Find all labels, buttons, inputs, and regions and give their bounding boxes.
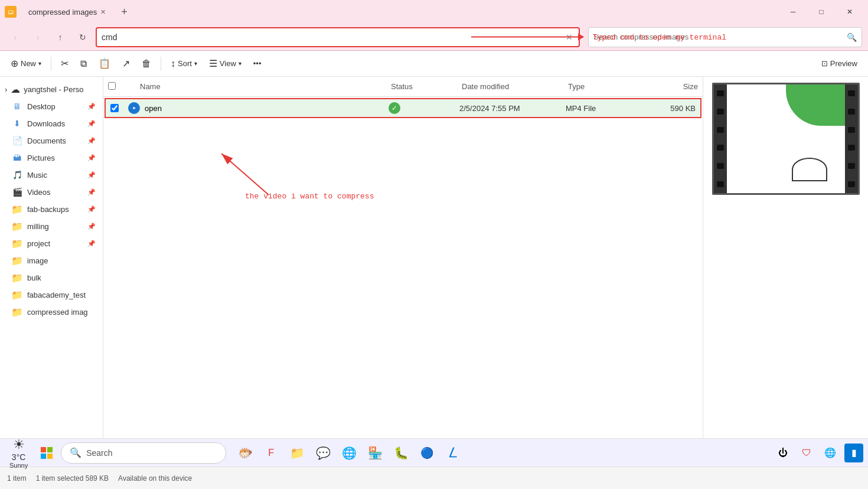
start-button[interactable] [35,441,58,465]
sidebar-item-milling[interactable]: 📁 milling 📌 [2,218,100,234]
sidebar-section-header[interactable]: › ☁ yangtshel - Perso [0,82,103,97]
view-chevron-icon: ▾ [239,60,242,67]
milling-pin-icon: 📌 [87,223,96,230]
desktop-pin-icon: 📌 [87,103,96,110]
paste-button[interactable]: 📋 [94,54,115,74]
window-tab[interactable]: compressed images ✕ [21,5,113,19]
sidebar-item-fab-backups[interactable]: 📁 fab-backups 📌 [2,201,100,217]
taskbar-search-icon: 🔍 [70,447,81,458]
copy-icon: ⧉ [80,58,87,69]
sidebar: › ☁ yangtshel - Perso 🖥 Desktop 📌 ⬇ Down… [0,77,103,467]
edge-icon[interactable]: 🌐 [821,444,840,462]
film-hole-r4 [848,145,855,151]
forward-btn[interactable]: › [28,28,47,47]
annotation-arrow-svg [210,136,340,207]
sidebar-chevron-icon: › [5,85,7,94]
tab-title: compressed images [28,8,97,17]
milling-folder-icon: 📁 [12,221,22,232]
refresh-btn[interactable]: ↻ [73,28,92,47]
film-hole [717,90,724,96]
preview-pane-icon: ⊡ [821,59,828,68]
copy-button[interactable]: ⧉ [76,54,92,74]
header-status[interactable]: Status [391,82,462,91]
taskbar-folder-icon[interactable]: 📁 [285,441,309,465]
taskbar-search-bar[interactable]: 🔍 Search [61,442,226,464]
taskbar-active-icon[interactable]: ▮ [844,444,863,462]
compressed-folder-icon: 📁 [12,307,22,317]
minimize-btn[interactable]: ─ [779,2,807,21]
sidebar-item-desktop[interactable]: 🖥 Desktop 📌 [2,98,100,115]
project-pin-icon: 📌 [87,240,96,247]
tab-close-btn[interactable]: ✕ [100,8,106,16]
compress-annotation-text: the video i want to compress [245,192,374,201]
more-icon: ••• [253,59,262,68]
taskbar-vscode-icon[interactable]: ⎳ [441,441,465,465]
sidebar-item-downloads[interactable]: ⬇ Downloads 📌 [2,115,100,132]
taskbar-browser-icon[interactable]: 🌐 [337,441,361,465]
maximize-btn[interactable]: □ [808,2,835,21]
app-icon: 🗂 [5,6,17,18]
sidebar-videos-label: Videos [27,188,51,197]
header-checkbox-col [108,82,126,92]
cut-button[interactable]: ✂ [56,54,73,74]
sidebar-item-pictures[interactable]: 🏔 Pictures 📌 [2,149,100,166]
taskbar-bug-icon[interactable]: 🐛 [389,441,413,465]
delete-icon: 🗑 [142,58,151,69]
film-hole-r5 [848,163,855,169]
antivirus-icon[interactable]: 🛡 [797,444,816,462]
header-name[interactable]: Name [126,82,391,91]
sidebar-item-documents[interactable]: 📄 Documents 📌 [2,132,100,149]
share-button[interactable]: ↗ [118,54,135,74]
header-type[interactable]: Type [568,82,639,91]
video-curve-shape [792,158,827,181]
up-btn[interactable]: ↑ [51,28,70,47]
file-date-cell: 2/5/2024 7:55 PM [459,104,566,113]
taskbar-fab-icon[interactable]: F [259,441,283,465]
sort-icon: ↕ [171,58,175,69]
onedrive-icon: ☁ [11,84,20,95]
sidebar-item-compressed[interactable]: 📁 compressed imag [2,304,100,320]
sort-button[interactable]: ↕ Sort ▾ [166,54,202,74]
preview-button[interactable]: ⊡ Preview [817,57,862,70]
taskbar-fish-icon[interactable]: 🐡 [233,441,257,465]
video-green-shape [786,84,845,126]
taskbar-chat-icon[interactable]: 💬 [311,441,335,465]
svg-rect-4 [41,447,46,452]
table-row[interactable]: open ✓ 2/5/2024 7:55 PM MP4 File 590 KB [105,98,701,118]
view-button[interactable]: ☰ View ▾ [204,54,246,74]
delete-button[interactable]: 🗑 [137,54,156,74]
sidebar-item-image[interactable]: 📁 image [2,252,100,269]
power-icon[interactable]: ⏻ [774,444,792,462]
film-hole-r1 [848,90,855,96]
sidebar-item-project[interactable]: 📁 project 📌 [2,235,100,252]
sidebar-music-label: Music [27,171,47,180]
header-size[interactable]: Size [639,82,698,91]
back-btn[interactable]: ‹ [6,28,25,47]
taskbar-icon-tray: 🐡 F 📁 💬 🌐 🏪 🐛 🔵 ⎳ [233,441,465,465]
sidebar-fab-backups-label: fab-backups [27,205,69,214]
sidebar-item-videos[interactable]: 🎬 Videos 📌 [2,184,100,200]
weather-widget: ☀ 3°C Sunny [5,437,32,469]
taskbar: ☀ 3°C Sunny 🔍 Search 🐡 F 📁 💬 🌐 🏪 🐛 🔵 ⎳ ⏻… [0,438,868,467]
toolbar: ⊕ New ▾ ✂ ⧉ 📋 ↗ 🗑 ↕ Sort ▾ ☰ View ▾ ••• … [0,51,868,77]
documents-folder-icon: 📄 [12,135,22,146]
svg-line-3 [221,154,269,195]
sidebar-item-fabacademy[interactable]: 📁 fabacademy_test [2,286,100,303]
status-bar: 1 item 1 item selected 589 KB Available … [0,467,868,489]
taskbar-store-icon[interactable]: 🏪 [363,441,387,465]
sidebar-item-music[interactable]: 🎵 Music 📌 [2,167,100,183]
sidebar-image-label: image [27,256,48,265]
new-tab-btn[interactable]: + [118,6,131,18]
select-all-checkbox[interactable] [108,82,116,90]
header-date[interactable]: Date modified [462,82,568,91]
close-btn[interactable]: ✕ [836,2,863,21]
svg-rect-5 [47,447,53,452]
taskbar-chrome-icon[interactable]: 🔵 [415,441,439,465]
more-button[interactable]: ••• [249,54,266,74]
film-strip-left [714,84,727,193]
new-button[interactable]: ⊕ New ▾ [6,54,46,74]
sidebar-item-bulk[interactable]: 📁 bulk [2,269,100,286]
cut-icon: ✂ [61,58,68,69]
toolbar-separator-2 [161,57,161,71]
row-checkbox[interactable] [110,104,119,112]
